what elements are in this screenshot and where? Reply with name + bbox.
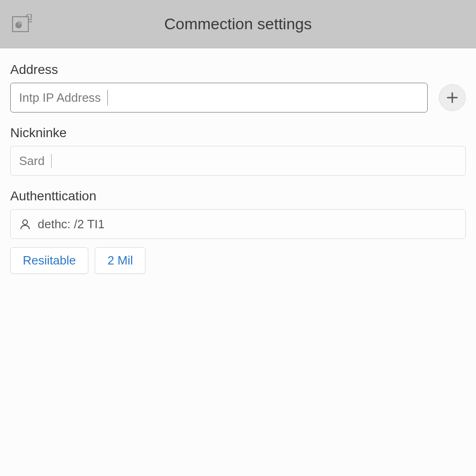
user-icon <box>19 218 31 230</box>
add-button[interactable] <box>439 84 466 111</box>
nickname-input[interactable]: Sard <box>10 146 466 176</box>
nickname-field-group: Nickninke Sard <box>10 126 466 176</box>
authentication-label: Authenttication <box>10 189 466 204</box>
twomil-button[interactable]: 2 Mil <box>95 247 145 274</box>
page-title: Commection settings <box>9 15 467 33</box>
address-placeholder-text: Intp IP Address <box>19 91 101 105</box>
text-cursor <box>107 90 108 106</box>
authentication-value: dethc: /2 TI1 <box>38 217 105 231</box>
button-row: Resiitable 2 Mil <box>10 247 466 274</box>
authentication-input[interactable]: dethc: /2 TI1 <box>10 209 466 239</box>
address-input[interactable]: Intp IP Address <box>10 83 428 112</box>
authentication-field-group: Authenttication dethc: /2 TI1 Resiitable… <box>10 189 466 274</box>
resiitable-button[interactable]: Resiitable <box>10 247 88 274</box>
header: Commection settings <box>0 0 476 48</box>
nickname-value: Sard <box>19 154 45 168</box>
svg-point-6 <box>23 220 27 225</box>
address-row: Intp IP Address <box>10 83 466 112</box>
address-label: Address <box>10 62 466 77</box>
content: Address Intp IP Address Nickninke Sard <box>0 48 476 301</box>
address-field-group: Address Intp IP Address <box>10 62 466 112</box>
nickname-label: Nickninke <box>10 126 466 140</box>
text-cursor <box>51 154 52 168</box>
plus-icon <box>446 92 458 104</box>
